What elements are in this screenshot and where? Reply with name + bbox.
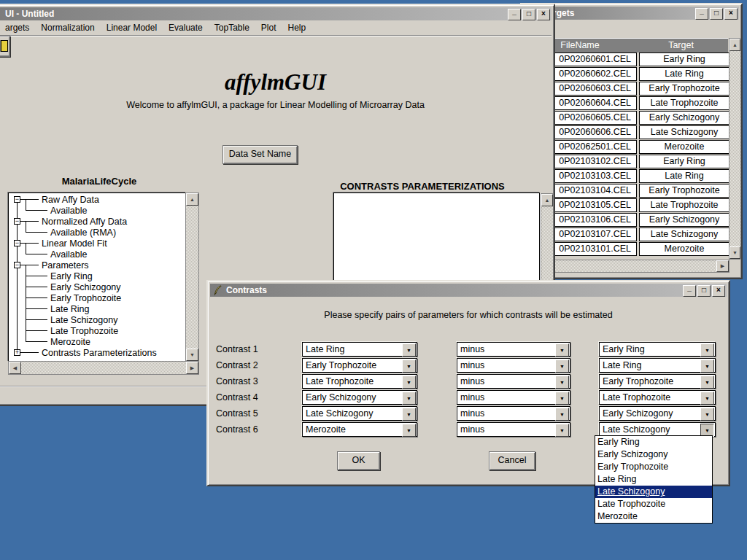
tree-label[interactable]: Early Schizogony bbox=[50, 282, 121, 292]
tree-label[interactable]: Early Trophozoite bbox=[50, 293, 121, 303]
scroll-up-icon[interactable]: ▲ bbox=[729, 39, 740, 51]
target-cell[interactable]: Merozoite bbox=[639, 242, 729, 256]
tree-label[interactable]: Available bbox=[50, 206, 88, 216]
maximize-icon[interactable]: □ bbox=[522, 9, 535, 20]
contrast-1-left-combobox[interactable]: Late Ring▼ bbox=[302, 342, 417, 357]
minimize-icon[interactable]: _ bbox=[683, 285, 696, 297]
tree-label[interactable]: Late Ring bbox=[50, 304, 90, 314]
chevron-down-icon[interactable]: ▼ bbox=[402, 376, 416, 389]
chevron-down-icon[interactable]: ▼ bbox=[402, 424, 416, 437]
maximize-icon[interactable]: □ bbox=[697, 285, 711, 297]
contrast-2-operator-combobox[interactable]: minus▼ bbox=[457, 358, 570, 373]
target-cell[interactable]: Early Schizogony bbox=[639, 213, 729, 227]
tree-label[interactable]: Linear Model Fit bbox=[42, 238, 107, 249]
tree-label[interactable]: Late Trophozoite bbox=[50, 326, 118, 336]
scroll-down-icon[interactable]: ▼ bbox=[729, 246, 740, 259]
scroll-down-icon[interactable]: ▼ bbox=[186, 349, 198, 361]
dropdown-item-late-trophozoite[interactable]: Late Trophozoite bbox=[595, 498, 712, 510]
collapse-icon[interactable]: − bbox=[14, 196, 20, 203]
contrast-1-operator-combobox[interactable]: minus▼ bbox=[457, 342, 570, 357]
chevron-down-icon[interactable]: ▼ bbox=[700, 376, 714, 389]
dropdown-item-late-ring[interactable]: Late Ring bbox=[595, 473, 712, 486]
menu-item-toptable[interactable]: TopTable bbox=[209, 21, 255, 35]
target-cell[interactable]: Late Ring bbox=[639, 169, 729, 183]
contrast-4-left-combobox[interactable]: Early Schizogony▼ bbox=[302, 390, 417, 405]
chevron-down-icon[interactable]: ▼ bbox=[402, 392, 416, 405]
scroll-left-icon[interactable]: ◀ bbox=[9, 362, 21, 374]
targets-horizontal-scrollbar[interactable]: ◀ ▶ bbox=[526, 260, 729, 273]
target-cell[interactable]: Late Schizogony bbox=[639, 228, 729, 241]
target-cell[interactable]: Late Ring bbox=[639, 67, 729, 81]
chevron-down-icon[interactable]: ▼ bbox=[700, 343, 714, 357]
expand-icon[interactable]: + bbox=[14, 349, 20, 356]
contrast-2-right-combobox[interactable]: Late Ring▼ bbox=[599, 358, 716, 373]
tree-label[interactable]: Contrasts Parameterizations bbox=[42, 348, 157, 358]
contrast-6-left-combobox[interactable]: Merozoite▼ bbox=[302, 422, 417, 437]
contrast-5-left-combobox[interactable]: Late Schizogony▼ bbox=[302, 406, 417, 421]
menu-item-argets[interactable]: argets bbox=[0, 21, 35, 35]
contrast-5-right-combobox[interactable]: Early Schizogony▼ bbox=[599, 406, 716, 421]
contrast-5-operator-combobox[interactable]: minus▼ bbox=[457, 406, 570, 421]
contrasts-dialog-titlebar[interactable]: Contrasts _□× bbox=[210, 284, 727, 297]
minimize-icon[interactable]: _ bbox=[695, 8, 708, 20]
maximize-icon[interactable]: □ bbox=[710, 8, 723, 20]
tree-label[interactable]: Parameters bbox=[42, 260, 89, 271]
chevron-down-icon[interactable]: ▼ bbox=[402, 343, 416, 357]
collapse-icon[interactable]: − bbox=[14, 240, 20, 246]
tree-horizontal-scrollbar[interactable]: ◀ ▶ bbox=[8, 361, 199, 375]
targets-hscroll-track[interactable] bbox=[539, 260, 716, 272]
target-cell[interactable]: Early Schizogony bbox=[639, 111, 729, 125]
scroll-up-icon[interactable]: ▲ bbox=[541, 194, 553, 206]
collapse-icon[interactable]: − bbox=[14, 218, 20, 225]
chevron-down-icon[interactable]: ▼ bbox=[555, 424, 569, 437]
targets-vertical-scrollbar[interactable]: ▲ ▼ bbox=[729, 38, 741, 260]
chevron-down-icon[interactable]: ▼ bbox=[555, 392, 569, 405]
targets-window-titlebar[interactable]: Targets _□× bbox=[524, 7, 739, 20]
ok-button[interactable]: OK bbox=[337, 451, 380, 470]
close-icon[interactable]: × bbox=[712, 285, 725, 297]
cancel-button[interactable]: Cancel bbox=[489, 451, 535, 470]
target-cell[interactable]: Late Schizogony bbox=[639, 125, 729, 139]
menu-item-evaluate[interactable]: Evaluate bbox=[163, 21, 209, 35]
chevron-down-icon[interactable]: ▼ bbox=[402, 359, 416, 373]
dropdown-item-early-trophozoite[interactable]: Early Trophozoite bbox=[595, 461, 712, 473]
tree-label[interactable]: Merozoite bbox=[50, 337, 90, 347]
tree-vscroll-track[interactable] bbox=[186, 206, 198, 349]
close-icon[interactable]: × bbox=[537, 9, 550, 20]
tree-label[interactable]: Raw Affy Data bbox=[42, 195, 99, 205]
chevron-down-icon[interactable]: ▼ bbox=[402, 408, 416, 421]
target-cell[interactable]: Early Ring bbox=[639, 52, 729, 66]
collapse-icon[interactable]: − bbox=[14, 262, 20, 268]
targets-vscroll-track[interactable] bbox=[729, 51, 740, 246]
contrast-4-right-combobox[interactable]: Late Trophozoite▼ bbox=[599, 390, 716, 405]
target-cell[interactable]: Early Trophozoite bbox=[639, 184, 729, 198]
tree-vertical-scrollbar[interactable]: ▲ ▼ bbox=[185, 192, 199, 362]
dropdown-item-early-ring[interactable]: Early Ring bbox=[595, 436, 712, 448]
contrast-6-operator-combobox[interactable]: minus▼ bbox=[457, 422, 570, 437]
target-cell[interactable]: Merozoite bbox=[639, 140, 729, 154]
chevron-down-icon[interactable]: ▼ bbox=[555, 343, 569, 357]
chevron-down-icon[interactable]: ▼ bbox=[555, 376, 569, 389]
contrast-1-right-combobox[interactable]: Early Ring▼ bbox=[599, 342, 716, 357]
target-cell[interactable]: Late Trophozoite bbox=[639, 96, 729, 110]
data-set-name-button[interactable]: Data Set Name bbox=[222, 145, 298, 164]
main-window-titlebar[interactable]: UI - Untitled _□× bbox=[0, 7, 551, 20]
contrast-3-operator-combobox[interactable]: minus▼ bbox=[457, 374, 570, 389]
chevron-down-icon[interactable]: ▼ bbox=[700, 392, 714, 405]
scroll-right-icon[interactable]: ▶ bbox=[186, 362, 198, 374]
tree-label[interactable]: Available bbox=[50, 249, 88, 260]
chevron-down-icon[interactable]: ▼ bbox=[700, 359, 714, 373]
chevron-down-icon[interactable]: ▼ bbox=[555, 408, 569, 421]
contrast-6-right-combobox[interactable]: Late Schizogony▼ bbox=[599, 422, 716, 437]
toolbar-button[interactable] bbox=[0, 36, 10, 57]
target-cell[interactable]: Late Trophozoite bbox=[639, 198, 729, 212]
contrast-4-operator-combobox[interactable]: minus▼ bbox=[457, 390, 570, 405]
target-cell[interactable]: Early Trophozoite bbox=[639, 82, 729, 96]
menu-item-plot[interactable]: Plot bbox=[255, 21, 282, 35]
tree-label[interactable]: Normalized Affy Data bbox=[42, 217, 127, 227]
tree-label[interactable]: Early Ring bbox=[50, 271, 93, 281]
minimize-icon[interactable]: _ bbox=[508, 9, 521, 20]
scroll-up-icon[interactable]: ▲ bbox=[186, 193, 198, 206]
close-icon[interactable]: × bbox=[724, 8, 738, 20]
contrast-2-left-combobox[interactable]: Early Trophozoite▼ bbox=[302, 358, 417, 373]
